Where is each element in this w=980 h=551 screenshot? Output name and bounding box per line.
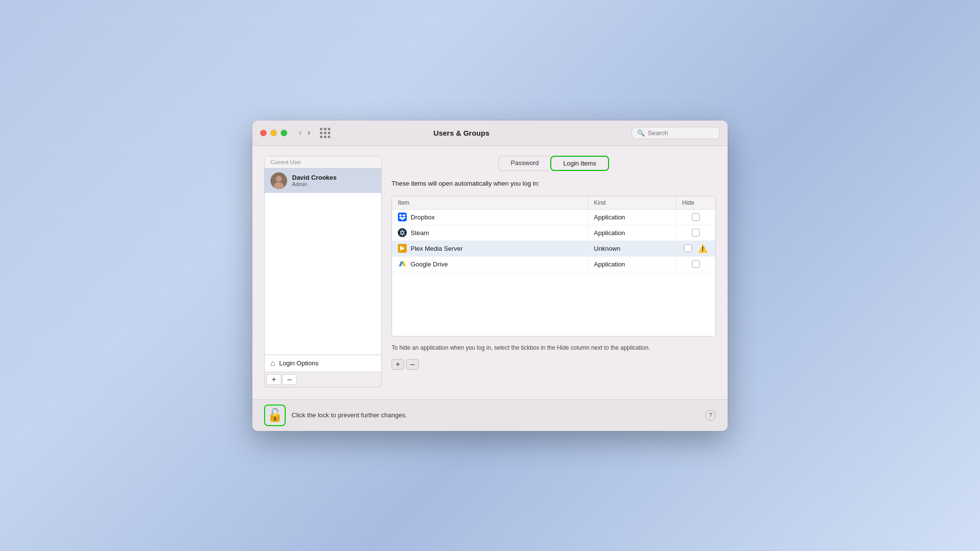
lock-button[interactable]: 🔓 (264, 405, 286, 426)
sidebar-list: Current User David Crookes Admin (264, 156, 382, 372)
login-items-description: These items will open automatically when… (392, 180, 716, 187)
hide-cell-plex: ⚠️ (676, 241, 715, 256)
kind-cell-gdrive: Application (588, 258, 676, 271)
gdrive-icon (398, 260, 407, 268)
home-icon: ⌂ (270, 359, 275, 368)
lock-text: Click the lock to prevent further change… (292, 411, 699, 419)
main-content: Current User David Crookes Admin (252, 146, 728, 399)
help-button[interactable]: ? (705, 410, 716, 421)
search-icon: 🔍 (637, 129, 645, 137)
search-box[interactable]: 🔍 (632, 127, 720, 139)
item-name-dropbox: Dropbox (411, 214, 435, 221)
add-remove-buttons: + – (392, 359, 716, 370)
add-user-button[interactable]: + (267, 374, 281, 385)
main-window: ‹ › Users & Groups 🔍 Current User (252, 120, 728, 431)
table-row: Steam Application (392, 225, 715, 241)
col-hide: Hide (676, 196, 715, 209)
hide-cell-dropbox (676, 210, 715, 224)
item-cell-dropbox: Dropbox (392, 210, 588, 224)
steam-icon (398, 228, 407, 237)
hide-checkbox-gdrive[interactable] (692, 260, 700, 268)
user-info: David Crookes Admin (292, 174, 337, 187)
footer-note: To hide an application when you log in, … (392, 343, 716, 352)
dropbox-icon (398, 213, 407, 221)
sidebar-empty-area (265, 193, 381, 355)
avatar (270, 172, 287, 189)
sidebar-buttons: + – (264, 372, 382, 387)
plex-icon (398, 244, 407, 253)
remove-user-button[interactable]: – (282, 374, 297, 385)
remove-login-item-button[interactable]: – (406, 359, 419, 370)
item-name-gdrive: Google Drive (411, 261, 448, 268)
sidebar-header: Current User (265, 156, 381, 168)
add-login-item-button[interactable]: + (392, 359, 404, 370)
svg-point-1 (276, 176, 282, 182)
hide-checkbox-plex[interactable] (684, 244, 692, 252)
traffic-lights (260, 130, 287, 136)
close-button[interactable] (260, 130, 267, 136)
hide-cell-steam (676, 226, 715, 240)
tab-login-items[interactable]: Login Items (550, 156, 609, 171)
maximize-button[interactable] (281, 130, 287, 136)
sidebar: Current User David Crookes Admin (264, 156, 382, 387)
user-name: David Crookes (292, 174, 337, 181)
col-kind: Kind (588, 196, 676, 209)
tab-password[interactable]: Password (498, 156, 550, 171)
search-input[interactable] (648, 129, 714, 137)
table-row: Google Drive Application (392, 257, 715, 272)
hide-checkbox-dropbox[interactable] (692, 213, 700, 221)
login-options-row[interactable]: ⌂ Login Options (265, 355, 381, 372)
bottom-bar: 🔓 Click the lock to prevent further chan… (252, 399, 728, 431)
item-cell-steam: Steam (392, 225, 588, 240)
table-row: Dropbox Application (392, 210, 715, 225)
sidebar-user-row[interactable]: David Crookes Admin (265, 168, 381, 193)
minimize-button[interactable] (270, 130, 277, 136)
warning-icon: ⚠️ (698, 244, 708, 253)
svg-point-10 (401, 232, 403, 234)
lock-icon: 🔓 (267, 407, 283, 423)
titlebar: ‹ › Users & Groups 🔍 (252, 120, 728, 146)
table-empty-area (392, 272, 715, 336)
kind-cell-plex: Unknown (588, 242, 676, 255)
col-item: Item (392, 196, 588, 209)
tabs: Password Login Items (392, 156, 716, 171)
login-items-table: Item Kind Hide (392, 196, 716, 336)
svg-marker-3 (399, 214, 402, 216)
item-cell-gdrive: Google Drive (392, 257, 588, 271)
user-role: Admin (292, 181, 337, 187)
login-options-label: Login Options (279, 359, 318, 367)
kind-cell-steam: Application (588, 226, 676, 240)
kind-cell-dropbox: Application (588, 211, 676, 224)
right-panel: Password Login Items These items will op… (392, 156, 716, 387)
svg-marker-4 (402, 214, 406, 216)
item-name-plex: Plex Media Server (411, 245, 463, 252)
table-header: Item Kind Hide (392, 196, 715, 210)
item-name-steam: Steam (411, 229, 429, 237)
item-cell-plex: Plex Media Server (392, 241, 588, 256)
hide-cell-gdrive (676, 257, 715, 271)
table-row: Plex Media Server Unknown ⚠️ (392, 241, 715, 257)
window-title: Users & Groups (291, 129, 632, 137)
hide-checkbox-steam[interactable] (692, 229, 700, 237)
